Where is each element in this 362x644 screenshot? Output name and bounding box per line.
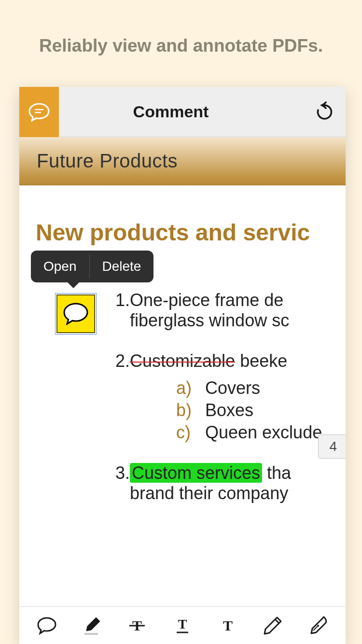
highlighter-icon — [82, 616, 103, 636]
tool-pen-button[interactable] — [302, 612, 334, 639]
list-marker: 2. — [115, 351, 130, 371]
list-text: One-piece frame de fiberglass window sc — [130, 290, 289, 331]
tool-text-button[interactable]: T — [211, 612, 244, 639]
speech-bubble-icon — [62, 302, 89, 326]
tool-underline-button[interactable]: T — [166, 612, 199, 639]
svg-text:T: T — [178, 616, 187, 631]
toolbar-title: Comment — [40, 102, 302, 121]
strikethrough-icon: T — [127, 617, 147, 634]
promo-headline: Reliably view and annotate PDFs. — [0, 0, 362, 56]
tool-comment-button[interactable] — [30, 612, 63, 639]
menu-delete[interactable]: Delete — [90, 251, 154, 282]
tool-highlight-button[interactable] — [76, 612, 109, 639]
undo-button[interactable] — [302, 101, 346, 123]
document-body[interactable]: New products and servic Open Delete 1. O… — [19, 185, 346, 643]
document-banner: Future Products — [19, 137, 346, 185]
document-heading: New products and servic — [36, 219, 346, 246]
undo-icon — [314, 101, 334, 123]
sticky-note-annotation[interactable] — [56, 294, 95, 333]
tool-strikethrough-button[interactable]: T — [121, 612, 153, 639]
highlight-annotation[interactable]: Custom services — [130, 463, 262, 483]
svg-text:T: T — [223, 617, 233, 633]
menu-open[interactable]: Open — [31, 251, 89, 282]
speech-bubble-icon — [36, 616, 57, 635]
toolbar-top: Comment — [19, 87, 346, 137]
list-text: Customizable beeke — [130, 351, 287, 371]
annotation-context-menu: Open Delete — [31, 251, 153, 282]
fountain-pen-icon — [307, 615, 329, 636]
pencil-icon — [263, 616, 283, 636]
svg-line-8 — [275, 619, 279, 623]
page-indicator[interactable]: 4 — [318, 434, 346, 459]
list-text: Custom services tha brand their company — [130, 463, 291, 504]
svg-rect-2 — [84, 633, 98, 635]
list-marker: 3. — [115, 463, 130, 504]
text-icon: T — [219, 617, 237, 634]
list-marker: 1. — [115, 290, 130, 331]
sub-item: b) Boxes — [176, 400, 346, 420]
tool-pencil-button[interactable] — [256, 612, 289, 639]
underline-icon: T — [173, 616, 192, 635]
document-banner-title: Future Products — [37, 150, 178, 172]
app-window: Comment Future Products New products and… — [19, 87, 346, 644]
strikethrough-annotation[interactable]: Customizable — [130, 351, 235, 371]
sub-item: a) Covers — [176, 378, 346, 398]
annotation-toolbar: T T T — [19, 606, 346, 644]
